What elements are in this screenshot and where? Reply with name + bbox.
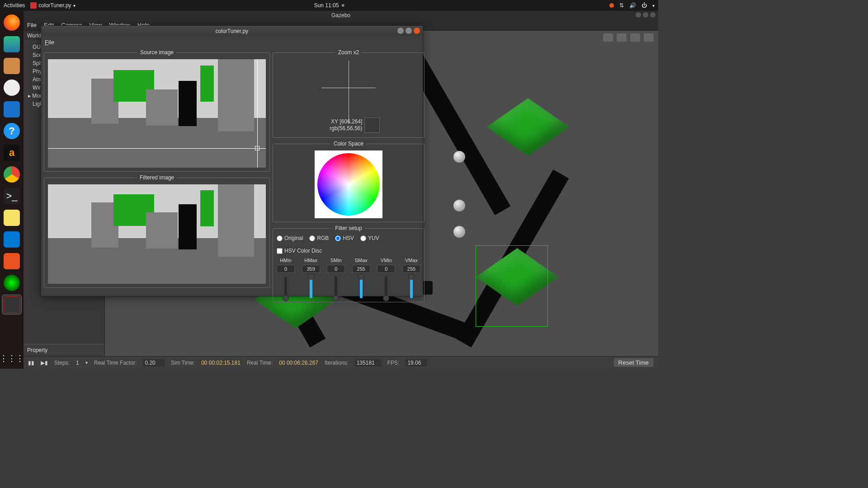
gazebo-titlebar: Gazebo xyxy=(24,11,658,20)
colortuner-menubar: File xyxy=(41,37,423,47)
maximize-button[interactable] xyxy=(643,12,648,18)
volume-icon[interactable]: 🔊 xyxy=(629,2,636,9)
menu-file[interactable]: File xyxy=(45,39,54,46)
colortuner-titlebar[interactable]: colorTuner.py xyxy=(41,26,423,37)
dock-writer[interactable] xyxy=(2,99,22,119)
steps-value[interactable]: 1 xyxy=(76,360,79,366)
record-icon[interactable] xyxy=(644,33,654,42)
dock-vscode[interactable] xyxy=(2,230,22,249)
vscode-icon xyxy=(4,231,20,248)
step-icon[interactable]: ▶▮ xyxy=(41,360,48,366)
chevron-down-icon: ▾ xyxy=(73,3,75,8)
fps-value: 19.06 xyxy=(406,359,427,366)
slider-hmin: HMin xyxy=(277,258,295,298)
dock-notes[interactable] xyxy=(2,208,22,228)
clock[interactable]: Sun 11:05 xyxy=(314,2,344,9)
rtf-label: Real Time Factor: xyxy=(94,360,137,366)
app-icon xyxy=(30,2,37,9)
disk-icon xyxy=(4,80,20,96)
radio-yuv[interactable]: YUV xyxy=(360,235,379,241)
minimize-button[interactable] xyxy=(636,12,641,18)
pause-icon[interactable]: ▮▮ xyxy=(28,360,34,366)
realtime-value: 00 00:06:26.267 xyxy=(279,360,318,366)
radio-original[interactable]: Original xyxy=(277,235,303,241)
dock-unknown1[interactable] xyxy=(2,251,22,271)
dock-help[interactable]: ? xyxy=(2,121,22,141)
color-swatch xyxy=(364,117,380,133)
slider-label: HMin xyxy=(280,258,292,263)
notes-icon xyxy=(4,210,20,226)
radio-label: HSV xyxy=(343,235,354,241)
slider-track[interactable] xyxy=(410,277,413,298)
dock-rhythmbox[interactable] xyxy=(2,78,22,98)
color-wheel[interactable] xyxy=(315,150,382,218)
slider-track[interactable] xyxy=(335,277,337,298)
close-button[interactable] xyxy=(650,12,656,18)
slider-input[interactable] xyxy=(352,265,370,273)
files-icon xyxy=(4,58,20,74)
writer-icon xyxy=(4,101,20,117)
slider-track[interactable] xyxy=(310,277,312,298)
checkbox-hsv-disc[interactable]: HSV Color Disc xyxy=(277,248,322,254)
simtime-value: 00 00:02:15.181 xyxy=(201,360,241,366)
plot-icon[interactable] xyxy=(630,33,640,42)
recording-indicator-icon[interactable] xyxy=(609,3,614,8)
fps-label: FPS: xyxy=(387,360,400,366)
slider-vmin: VMin xyxy=(377,258,395,298)
dock-firefox[interactable] xyxy=(2,13,22,33)
slider-input[interactable] xyxy=(277,265,295,273)
chrome-icon xyxy=(4,166,20,183)
power-icon[interactable]: ⏻ xyxy=(642,2,647,9)
slider-label: VMin xyxy=(381,258,392,263)
chevron-down-icon: ▾ xyxy=(652,3,655,8)
dock-files[interactable] xyxy=(2,56,22,76)
top-panel: Activities colorTuner.py ▾ Sun 11:05 ⇅ 🔊… xyxy=(0,0,658,11)
gazebo-title: Gazebo xyxy=(331,12,350,19)
zoom-label: Zoom x2 xyxy=(335,49,362,56)
simtime-label: Sim Time: xyxy=(171,360,195,366)
notification-dot-icon xyxy=(341,4,344,7)
iterations-label: Iterations: xyxy=(325,360,349,366)
slider-track[interactable] xyxy=(360,277,363,298)
dock-terminal[interactable]: >_ xyxy=(2,186,22,206)
filtered-image-view[interactable] xyxy=(48,184,266,284)
slider-track[interactable] xyxy=(385,277,387,298)
close-button[interactable] xyxy=(414,28,420,34)
network-icon[interactable]: ⇅ xyxy=(619,2,624,9)
colortuner-title: colorTuner.py xyxy=(216,28,248,34)
dock-amazon[interactable]: a xyxy=(2,143,22,163)
slider-vmax: VMax xyxy=(402,258,420,298)
show-apps-button[interactable]: ⋮⋮⋮ xyxy=(0,353,24,363)
dock-thunderbird[interactable] xyxy=(2,34,22,54)
colorspace-label: Color Space xyxy=(331,141,366,147)
filtered-image-label: Filtered image xyxy=(137,174,177,181)
slider-input[interactable] xyxy=(377,265,395,273)
dock-colortuner[interactable] xyxy=(2,295,22,314)
help-icon: ? xyxy=(4,123,20,139)
firefox-icon xyxy=(4,14,20,31)
slider-label: SMin xyxy=(330,258,342,263)
reset-time-button[interactable]: Reset Time xyxy=(613,358,654,367)
minimize-button[interactable] xyxy=(397,28,404,34)
slider-input[interactable] xyxy=(327,265,345,273)
radio-rgb[interactable]: RGB xyxy=(309,235,329,241)
slider-input[interactable] xyxy=(302,265,320,273)
dock-chrome[interactable] xyxy=(2,164,22,184)
source-image-view[interactable] xyxy=(48,59,266,168)
log-icon[interactable] xyxy=(617,33,627,42)
activities-button[interactable]: Activities xyxy=(4,2,25,9)
steps-label: Steps: xyxy=(54,360,70,366)
terminal-icon: >_ xyxy=(4,188,20,204)
slider-input[interactable] xyxy=(402,265,420,273)
zoom-group: Zoom x2 XY [606,264] rgb(56,56,56) xyxy=(273,49,425,138)
dock: ? a >_ ⋮⋮⋮ xyxy=(0,11,24,369)
amazon-icon: a xyxy=(4,145,20,161)
app-indicator[interactable]: colorTuner.py ▾ xyxy=(30,2,75,9)
maximize-button[interactable] xyxy=(406,28,412,34)
dock-unknown2[interactable] xyxy=(2,273,22,293)
camera-icon[interactable] xyxy=(603,33,613,42)
menu-file[interactable]: File xyxy=(27,22,37,28)
radio-hsv[interactable]: HSV xyxy=(335,235,354,241)
slider-smax: SMax xyxy=(352,258,370,298)
slider-track[interactable] xyxy=(284,277,287,298)
